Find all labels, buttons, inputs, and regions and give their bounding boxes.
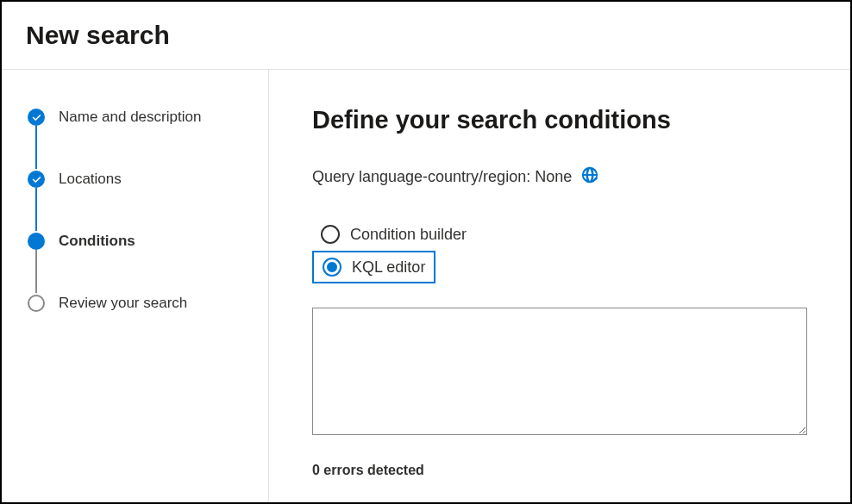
radio-label: Condition builder: [350, 226, 467, 244]
kql-editor-textarea[interactable]: [312, 308, 807, 435]
editor-mode-radio-group: Condition builder KQL editor: [312, 220, 807, 285]
step-locations[interactable]: Locations: [28, 171, 268, 233]
content-area: Name and description Locations Condition…: [2, 70, 850, 501]
step-name-and-description[interactable]: Name and description: [28, 109, 268, 171]
step-connector: [35, 250, 37, 293]
radio-kql-editor[interactable]: KQL editor: [312, 251, 435, 283]
query-language-row: Query language-country/region: None: [312, 165, 807, 189]
step-conditions[interactable]: Conditions: [28, 233, 268, 295]
query-language-label: Query language-country/region: None: [312, 168, 572, 186]
radio-icon: [323, 258, 341, 277]
step-connector: [35, 126, 37, 169]
step-label: Conditions: [59, 233, 135, 250]
main-panel: Define your search conditions Query lang…: [269, 70, 850, 501]
radio-label: KQL editor: [352, 258, 425, 277]
check-icon: [28, 109, 45, 126]
step-list: Name and description Locations Condition…: [28, 109, 268, 312]
main-heading: Define your search conditions: [312, 106, 807, 134]
radio-icon: [321, 225, 340, 244]
current-step-icon: [28, 233, 45, 250]
check-icon: [28, 171, 45, 188]
wizard-sidebar: Name and description Locations Condition…: [2, 70, 269, 501]
step-label: Locations: [59, 171, 122, 188]
page-title: New search: [26, 21, 826, 50]
translate-icon[interactable]: [580, 165, 599, 189]
step-review-your-search[interactable]: Review your search: [28, 295, 268, 312]
step-connector: [35, 188, 37, 231]
errors-detected-text: 0 errors detected: [312, 463, 807, 478]
page-header: New search: [2, 2, 850, 70]
pending-step-icon: [28, 295, 45, 312]
step-label: Name and description: [59, 109, 201, 126]
radio-condition-builder[interactable]: Condition builder: [312, 220, 475, 249]
step-label: Review your search: [59, 295, 187, 312]
